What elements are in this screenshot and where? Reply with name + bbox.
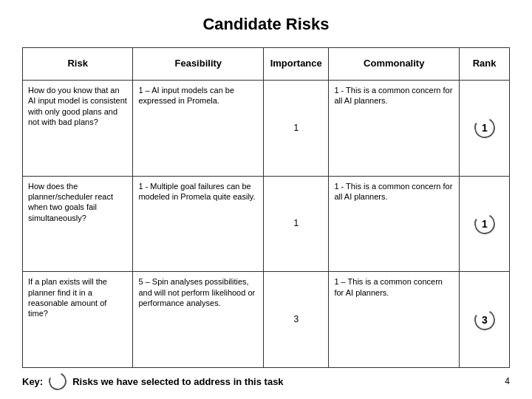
- cell-feasibility: 1 – AI input models can be expressed in …: [133, 81, 264, 177]
- rank-circle-icon: 1: [471, 211, 497, 236]
- cell-rank: 1: [460, 81, 510, 177]
- risks-table: Risk Feasibility Importance Commonality …: [22, 47, 510, 368]
- key-label: Key:: [22, 376, 43, 387]
- header-risk: Risk: [23, 48, 133, 81]
- header-feasibility: Feasibility: [133, 48, 264, 81]
- page-number: 4: [505, 376, 510, 386]
- rank-circle-icon: 1: [471, 115, 497, 140]
- cell-importance: 1: [264, 176, 329, 272]
- footer: Key: Risks we have selected to address i…: [22, 368, 510, 392]
- cell-risk: How does the planner/scheduler react whe…: [23, 176, 133, 272]
- table-row: How does the planner/scheduler react whe…: [23, 176, 510, 272]
- cell-feasibility: 5 – Spin analyses possibilities, and wil…: [133, 272, 264, 368]
- table-row: If a plan exists will the planner find i…: [23, 272, 510, 368]
- cell-importance: 3: [264, 272, 329, 368]
- cell-rank: 1: [460, 176, 510, 272]
- footer-key-text: Risks we have selected to address in thi…: [72, 376, 283, 387]
- rank-circle-icon: 3: [471, 307, 497, 332]
- header-importance: Importance: [264, 48, 329, 81]
- cell-risk: If a plan exists will the planner find i…: [23, 272, 133, 368]
- table-row: How do you know that an AI input model i…: [23, 81, 510, 177]
- cell-commonality: 1 – This is a common concern for AI plan…: [329, 272, 460, 368]
- cell-rank: 3: [460, 272, 510, 368]
- key-circle-icon: [47, 370, 69, 393]
- page: Candidate Risks Risk Feasibility Importa…: [0, 0, 532, 399]
- page-title: Candidate Risks: [22, 15, 510, 34]
- cell-feasibility: 1 - Multiple goal failures can be modele…: [133, 176, 264, 272]
- cell-importance: 1: [264, 81, 329, 177]
- cell-commonality: 1 - This is a common concern for all AI …: [329, 81, 460, 177]
- header-commonality: Commonality: [329, 48, 460, 81]
- cell-commonality: 1 - This is a common concern for all AI …: [329, 176, 460, 272]
- cell-risk: How do you know that an AI input model i…: [23, 81, 133, 177]
- header-rank: Rank: [460, 48, 510, 81]
